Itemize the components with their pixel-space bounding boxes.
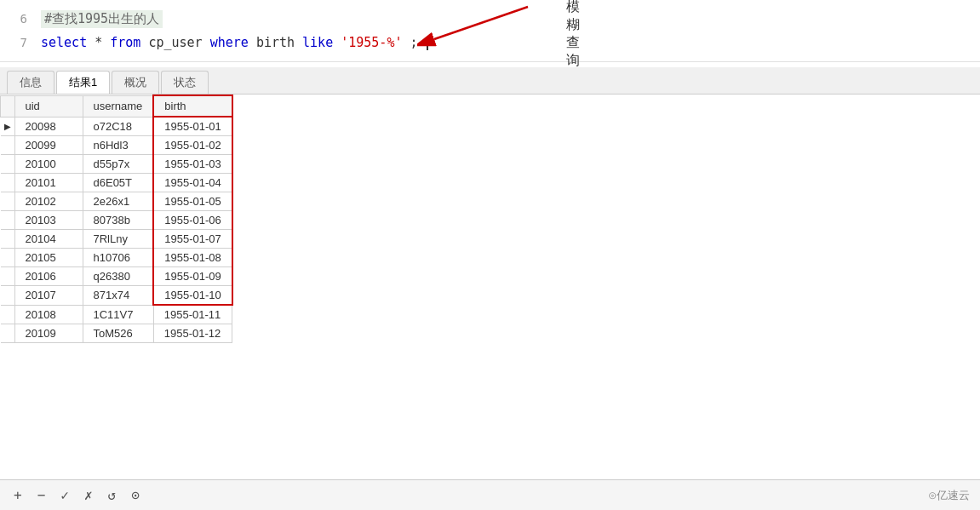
cell-uid: 20101 <box>14 174 83 192</box>
sql-from: from <box>110 35 140 50</box>
cell-birth: 1955-01-06 <box>153 211 232 230</box>
cell-uid: 20098 <box>14 117 83 136</box>
table-row: 201022e26x11955-01-05 <box>1 192 232 211</box>
tab-results[interactable]: 结果1 <box>56 71 110 94</box>
cell-birth: 1955-01-07 <box>153 230 232 249</box>
cell-uid: 20099 <box>14 136 83 155</box>
line-number-7: 7 <box>7 36 27 49</box>
table-body: ▶20098o72C181955-01-0120099n6Hdl31955-01… <box>1 117 232 343</box>
sql-star: * <box>95 35 110 50</box>
toolbar-remove-btn[interactable]: − <box>34 485 49 505</box>
results-table: uid username birth ▶20098o72C181955-01-0… <box>0 95 233 343</box>
table-row: 201081C11V71955-01-11 <box>1 305 232 324</box>
cell-username: o72C18 <box>83 117 153 136</box>
sql-where: where <box>210 35 249 50</box>
toolbar-cancel-btn[interactable]: ✗ <box>81 485 96 505</box>
cell-uid: 20107 <box>14 286 83 306</box>
tab-info[interactable]: 信息 <box>7 71 54 94</box>
cell-birth: 1955-01-09 <box>153 267 232 286</box>
row-arrow-cell <box>1 174 15 192</box>
table-row: 20101d6E05T1955-01-04 <box>1 174 232 192</box>
cell-username: n6Hdl3 <box>83 136 153 155</box>
line-number-6: 6 <box>7 12 27 26</box>
cell-username: h10706 <box>83 249 153 267</box>
toolbar-refresh-btn[interactable]: ↺ <box>105 485 120 505</box>
cell-birth: 1955-01-02 <box>153 136 232 155</box>
tab-overview[interactable]: 概况 <box>112 71 159 94</box>
cell-username: 871x74 <box>83 286 153 306</box>
row-arrow-cell <box>1 136 15 155</box>
cell-username: 7RlLny <box>83 230 153 249</box>
cell-birth: 1955-01-11 <box>153 305 232 324</box>
table-row: 201047RlLny1955-01-07 <box>1 230 232 249</box>
cell-birth: 1955-01-01 <box>153 117 232 136</box>
table-row: 20107871x741955-01-10 <box>1 286 232 306</box>
cell-birth: 1955-01-12 <box>153 324 232 343</box>
cell-uid: 20103 <box>14 211 83 230</box>
table-row: 20105h107061955-01-08 <box>1 249 232 267</box>
header-arrow-col <box>1 95 15 117</box>
cell-username: 2e26x1 <box>83 192 153 211</box>
results-container[interactable]: uid username birth ▶20098o72C181955-01-0… <box>0 95 980 343</box>
table-row: 20099n6Hdl31955-01-02 <box>1 136 232 155</box>
header-username: username <box>83 95 153 117</box>
cell-uid: 20106 <box>14 267 83 286</box>
toolbar-check-btn[interactable]: ✓ <box>57 485 72 505</box>
sql-value: '1955-%' <box>341 35 402 50</box>
sql-table: cp_user <box>148 35 209 50</box>
row-arrow-cell <box>1 267 15 286</box>
table-row: 20109ToM5261955-01-12 <box>1 324 232 343</box>
table-row: 2010380738b1955-01-06 <box>1 211 232 230</box>
cell-uid: 20102 <box>14 192 83 211</box>
row-arrow-cell <box>1 230 15 249</box>
toolbar-info-btn[interactable]: ⊙ <box>128 485 143 505</box>
svg-line-1 <box>434 7 528 39</box>
code-editor: 6 #查找1995出生的人 7 select * from cp_user wh… <box>0 0 980 62</box>
bottom-toolbar: + − ✓ ✗ ↺ ⊙ ⊙亿速云 <box>0 479 980 510</box>
cell-uid: 20100 <box>14 155 83 174</box>
cell-birth: 1955-01-03 <box>153 155 232 174</box>
table-row: 20100d55p7x1955-01-03 <box>1 155 232 174</box>
cell-username: 80738b <box>83 211 153 230</box>
cell-birth: 1955-01-05 <box>153 192 232 211</box>
brand-label: ⊙亿速云 <box>928 488 970 503</box>
comment-text: #查找1995出生的人 <box>44 11 159 26</box>
annotation-label: 模糊查询 <box>566 0 580 70</box>
row-arrow-cell <box>1 249 15 267</box>
table-header-row: uid username birth <box>1 95 232 117</box>
tab-status[interactable]: 状态 <box>161 71 209 94</box>
row-arrow-cell <box>1 305 15 324</box>
arrow-svg <box>417 0 553 58</box>
header-birth: birth <box>153 95 232 117</box>
sql-select: select <box>41 35 87 50</box>
sql-field: birth <box>256 35 302 50</box>
cell-uid: 20109 <box>14 324 83 343</box>
row-arrow-cell <box>1 324 15 343</box>
cell-birth: 1955-01-10 <box>153 286 232 306</box>
cell-uid: 20104 <box>14 230 83 249</box>
row-arrow-cell <box>1 192 15 211</box>
toolbar-add-btn[interactable]: + <box>10 485 26 505</box>
row-arrow-cell <box>1 286 15 306</box>
cell-username: 1C11V7 <box>83 305 153 324</box>
row-arrow-cell <box>1 211 15 230</box>
cell-username: q26380 <box>83 267 153 286</box>
tabs-bar: 信息 结果1 概况 状态 <box>0 67 980 95</box>
header-uid: uid <box>14 95 83 117</box>
sql-like: like <box>302 35 333 50</box>
toolbar-left: + − ✓ ✗ ↺ ⊙ <box>10 485 143 505</box>
row-arrow-cell <box>1 155 15 174</box>
table-row: ▶20098o72C181955-01-01 <box>1 117 232 136</box>
cell-username: d55p7x <box>83 155 153 174</box>
table-row: 20106q263801955-01-09 <box>1 267 232 286</box>
cell-username: ToM526 <box>83 324 153 343</box>
cell-username: d6E05T <box>83 174 153 192</box>
cell-birth: 1955-01-08 <box>153 249 232 267</box>
cell-uid: 20105 <box>14 249 83 267</box>
comment-highlight: #查找1995出生的人 <box>41 10 163 28</box>
row-arrow-cell: ▶ <box>1 117 15 136</box>
cell-birth: 1955-01-04 <box>153 174 232 192</box>
cell-uid: 20108 <box>14 305 83 324</box>
